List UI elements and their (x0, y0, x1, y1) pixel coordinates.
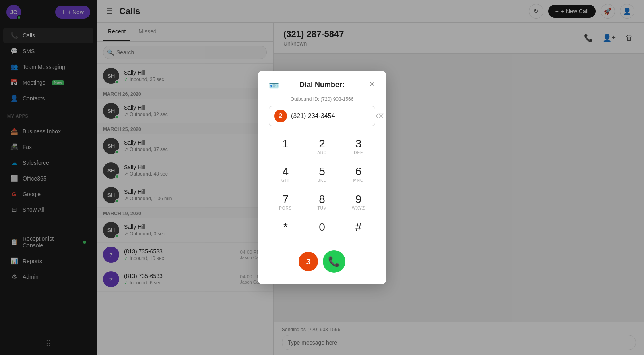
key-4[interactable]: 4 GHI (269, 162, 302, 187)
dial-badge-3: 3 (299, 252, 318, 271)
dial-title: Dial Number: (299, 81, 345, 89)
dial-modal: 🪪 Dial Number: ✕ Outbound ID: (720) 903-… (258, 71, 386, 284)
dial-number-input[interactable] (291, 112, 372, 120)
key-2[interactable]: 2 ABC (305, 134, 339, 159)
key-0[interactable]: 0 + (305, 218, 339, 242)
dial-close-button[interactable]: ✕ (369, 81, 375, 88)
key-5[interactable]: 5 JKL (305, 162, 339, 187)
backspace-button[interactable]: ⌫ (376, 112, 385, 120)
key-8[interactable]: 8 TUV (305, 190, 339, 214)
keypad: 1 2 ABC 3 DEF 4 GHI 5 JKL 6 MNO (269, 134, 375, 242)
dial-actions: 3 📞 (269, 250, 375, 273)
key-star[interactable]: * (269, 218, 302, 242)
dial-modal-header: 🪪 Dial Number: ✕ (269, 81, 375, 89)
dial-badge-2: 2 (274, 110, 287, 122)
call-now-button[interactable]: 📞 (323, 250, 345, 273)
key-9[interactable]: 9 WXYZ (342, 190, 375, 214)
key-7[interactable]: 7 PQRS (269, 190, 302, 214)
key-3[interactable]: 3 DEF (342, 134, 375, 159)
key-1[interactable]: 1 (269, 134, 302, 159)
outbound-id: Outbound ID: (720) 903-1566 (269, 96, 375, 102)
modal-overlay[interactable]: 🪪 Dial Number: ✕ Outbound ID: (720) 903-… (0, 0, 644, 355)
contact-icon: 🪪 (269, 81, 279, 90)
key-6[interactable]: 6 MNO (342, 162, 375, 187)
key-hash[interactable]: # (342, 218, 375, 242)
dial-input-row: 2 ⌫ (269, 106, 375, 126)
phone-icon: 📞 (328, 256, 340, 267)
